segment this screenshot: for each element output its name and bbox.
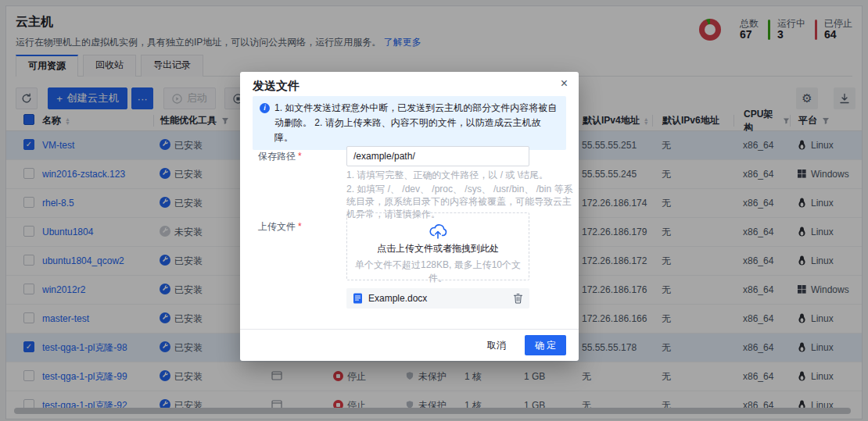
upload-file-label: 上传文件* [258, 220, 302, 234]
info-alert: i 1. 如文件发送过程意外中断，已发送到云主机的部分文件内容将被自动删除。 2… [253, 96, 566, 150]
dropzone-main-text: 点击上传文件或者拖拽到此处 [347, 242, 529, 255]
send-file-dialog: 发送文件 × i 1. 如文件发送过程意外中断，已发送到云主机的部分文件内容将被… [240, 72, 579, 361]
dialog-title: 发送文件 [253, 79, 299, 94]
cancel-button[interactable]: 取消 [487, 339, 506, 352]
save-path-input[interactable] [346, 146, 529, 166]
save-path-hint-1: 1. 请填写完整、正确的文件路径，以 / 或 \结尾。 [346, 169, 576, 181]
dialog-footer: 取消 确 定 [240, 329, 579, 361]
delete-file-button[interactable] [513, 293, 523, 304]
info-icon: i [260, 103, 270, 113]
cloud-upload-icon [429, 223, 447, 240]
required-asterisk: * [298, 221, 302, 232]
info-alert-text: 1. 如文件发送过程意外中断，已发送到云主机的部分文件内容将被自动删除。 2. … [274, 102, 557, 143]
uploaded-file-name: Example.docx [368, 293, 508, 304]
required-asterisk: * [298, 151, 302, 162]
trash-icon [513, 293, 523, 304]
document-icon [353, 293, 363, 304]
dropzone-sub-text: 单个文件不超过128KB, 最多上传10个文件。 [347, 259, 529, 285]
close-icon[interactable]: × [561, 77, 568, 91]
save-path-label: 保存路径* [258, 150, 302, 163]
confirm-button[interactable]: 确 定 [525, 335, 566, 355]
file-dropzone[interactable]: 点击上传文件或者拖拽到此处 单个文件不超过128KB, 最多上传10个文件。 [346, 212, 529, 280]
uploaded-file-item: Example.docx [346, 288, 529, 309]
